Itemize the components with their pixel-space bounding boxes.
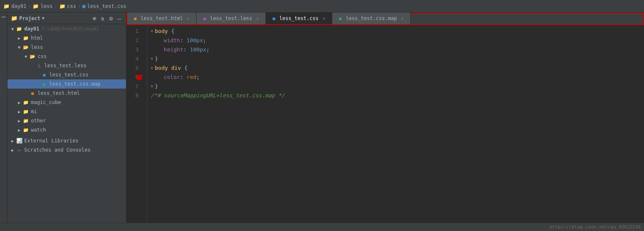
code-indent-6 <box>151 73 164 82</box>
tab-less-test-html[interactable]: ■ less_test.html × <box>127 13 197 24</box>
collapse-5[interactable]: ▼ <box>151 63 153 73</box>
top-breadcrumb-bar: 📁 day01 › 📁 less › 📁 css › ■ less_test.c… <box>0 0 644 13</box>
tree-less-label: less <box>31 44 43 50</box>
breadcrumb-folder-icon2: 📁 <box>33 3 39 9</box>
tree-item-less[interactable]: ▼ 📂 less <box>8 43 126 52</box>
layout-icon[interactable]: ⇅ <box>99 15 106 22</box>
code-line-1: ▼ body { <box>151 27 641 36</box>
breadcrumb-folder-icon3: 📁 <box>59 3 66 9</box>
tree-mi-icon: 📁 <box>23 108 29 115</box>
tree-ext-arrow: ▶ <box>9 139 16 143</box>
tree-scratch-icon: ✏ <box>16 147 23 153</box>
tree-root-arrow: ▼ <box>9 27 16 31</box>
sidebar-toolbar: ⊕ ⇅ ⚙ — <box>91 15 123 22</box>
tabs-bar: ■ less_test.html × ■ less_test.less × ■ … <box>126 13 644 25</box>
code-val-6: red <box>187 73 196 82</box>
tree-item-magic-cube[interactable]: ▶ 📁 magic_cube <box>8 98 126 107</box>
code-line-3: height : 100px ; <box>151 45 641 54</box>
tab-css-label: less_test.css <box>279 15 318 21</box>
breadcrumb-css: css <box>67 3 76 9</box>
tree-item-less-test-html[interactable]: ▶ ■ less_test.html <box>8 89 126 98</box>
tree-less-html-icon: ■ <box>29 90 36 96</box>
main-layout: 1 📁 Project ▼ ⊕ ⇅ ⚙ — ▼ 📁 day01 F:\前端\ht… <box>0 13 644 223</box>
tree-item-other[interactable]: ▶ 📁 other <box>8 116 126 125</box>
line-num-7: 7 <box>126 82 142 91</box>
tree-mi-label: mi <box>31 109 37 114</box>
tab-less-test-css-map[interactable]: ■ less_test.css.map × <box>332 13 411 24</box>
tree-magic-cube-arrow: ▶ <box>16 100 23 105</box>
tab-less-icon: ■ <box>202 15 207 21</box>
project-title: 📁 Project ▼ <box>11 15 45 21</box>
tab-less-close[interactable]: × <box>255 15 260 21</box>
code-punct-5: { <box>181 63 188 73</box>
code-prop-3: height <box>164 45 183 54</box>
collapse-7[interactable]: ▼ <box>151 82 153 91</box>
line-num-8: 8 <box>126 91 142 100</box>
code-close-4: } <box>155 54 158 63</box>
code-indent-3 <box>151 45 164 54</box>
tree-magic-cube-label: magic_cube <box>31 99 61 105</box>
tree-item-mi[interactable]: ▶ 📁 mi <box>8 107 126 116</box>
tab-map-close[interactable]: × <box>399 15 405 21</box>
line-num-3: 3 <box>126 45 142 54</box>
tree-less-arrow: ▼ <box>16 45 23 50</box>
code-prop-2: width <box>164 36 180 45</box>
line-num-1: 1 <box>126 27 142 36</box>
breadcrumb: 📁 day01 › 📁 less › 📁 css › ■ less_test.c… <box>3 3 126 9</box>
tree-item-html[interactable]: ▶ 📁 html <box>8 33 126 43</box>
code-line-7: ▼ } <box>151 82 641 91</box>
tree-less-test-map-icon: ■ <box>41 81 48 87</box>
tab-html-icon: ■ <box>132 15 138 21</box>
tab-less-test-css[interactable]: ■ less_test.css × <box>266 13 332 24</box>
code-editor: 1 2 3 4 5 6 7 8 ▼ body { <box>126 25 644 223</box>
tree-mi-arrow: ▶ <box>16 109 23 114</box>
sidebar-header: 📁 Project ▼ ⊕ ⇅ ⚙ — <box>8 13 126 24</box>
tree-item-external-libraries[interactable]: ▶ 📊 External Libraries <box>8 136 126 145</box>
tree-item-less-test-css-map[interactable]: ▶ ■ less_test.css.map <box>8 79 126 89</box>
minimize-icon[interactable]: — <box>116 15 123 22</box>
tab-css-close[interactable]: × <box>321 15 327 21</box>
tree-root-label: day01 <box>24 26 39 32</box>
project-tab-button[interactable]: 1 <box>0 14 7 20</box>
code-comment-8: /*# sourceMappingURL=less_test.css.map *… <box>151 91 285 100</box>
tree-css-arrow: ▼ <box>23 54 29 59</box>
settings-icon[interactable]: ⚙ <box>108 15 114 22</box>
folder-icon: 📁 <box>11 15 18 21</box>
tree-html-arrow: ▶ <box>16 36 23 41</box>
tree-other-label: other <box>31 118 46 124</box>
tree-item-less-test-less[interactable]: ▶ L less_test.less <box>8 61 126 70</box>
editor-area: ■ less_test.html × ■ less_test.less × ■ … <box>126 13 644 223</box>
code-close-7: } <box>155 82 158 91</box>
tab-css-icon: ■ <box>271 15 277 21</box>
tab-map-icon: ■ <box>337 15 343 21</box>
tree-html-icon: 📁 <box>23 35 29 41</box>
code-line-8: /*# sourceMappingURL=less_test.css.map *… <box>151 91 641 100</box>
tab-html-close[interactable]: × <box>185 15 191 21</box>
tree-item-css-folder[interactable]: ▼ 📂 css <box>8 52 126 61</box>
chevron-down-icon[interactable]: ▼ <box>42 16 45 20</box>
code-content[interactable]: ▼ body { width : 100px ; height <box>147 25 644 223</box>
tab-html-label: less_test.html <box>141 15 183 21</box>
tree-root[interactable]: ▼ 📁 day01 F:\前端\html部分\day01 <box>8 24 126 33</box>
breadcrumb-day01: day01 <box>11 3 26 9</box>
tree-item-watch[interactable]: ▶ 📁 watch <box>8 125 126 135</box>
code-selector-5: body div <box>155 63 181 73</box>
tree-html-label: html <box>31 35 43 41</box>
status-bar: https://blog.csdn.net/qq_43612538 <box>0 223 644 231</box>
add-icon[interactable]: ⊕ <box>91 15 98 22</box>
tree-less-html-label: less_test.html <box>38 90 80 96</box>
tree-item-less-test-css[interactable]: ▶ ■ less_test.css <box>8 70 126 79</box>
tree-other-icon: 📁 <box>23 117 29 124</box>
code-line-4: ▼ } <box>151 54 641 63</box>
tree-item-scratches[interactable]: ▶ ✏ Scratches and Consoles <box>8 145 126 155</box>
line-num-5: 5 <box>126 63 142 73</box>
project-label: Project <box>19 15 40 21</box>
code-line-5: ▼ body div { <box>151 63 641 73</box>
collapse-1[interactable]: ▼ <box>151 27 153 36</box>
collapse-4[interactable]: ▼ <box>151 54 153 63</box>
tab-less-test-less[interactable]: ■ less_test.less × <box>197 13 266 24</box>
tree-scratch-arrow: ▶ <box>9 148 16 152</box>
line-num-6: 6 <box>126 73 142 82</box>
code-selector-1: body <box>155 27 168 36</box>
tree-watch-label: watch <box>31 127 46 133</box>
